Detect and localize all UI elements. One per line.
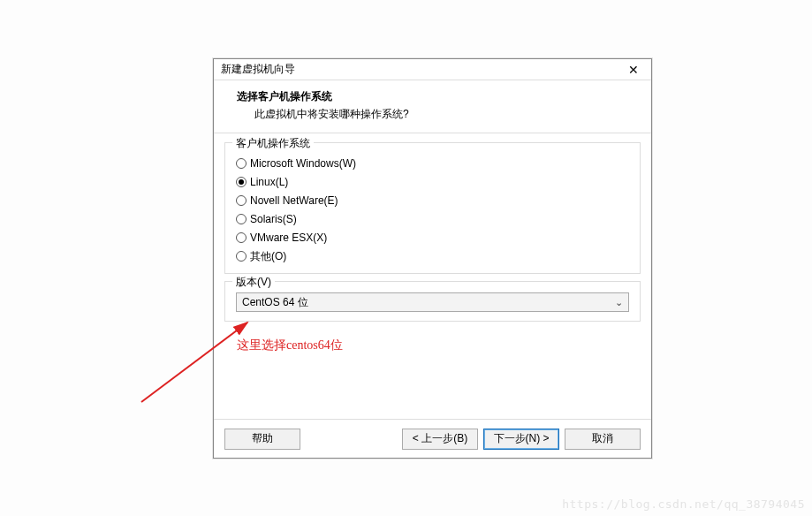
wizard-header: 选择客户机操作系统 此虚拟机中将安装哪种操作系统? — [214, 80, 651, 133]
help-button[interactable]: 帮助 — [224, 429, 300, 450]
radio-other[interactable]: 其他(O) — [236, 248, 629, 264]
wizard-subheading: 此虚拟机中将安装哪种操作系统? — [237, 107, 637, 122]
watermark-text: https://blog.csdn.net/qq_38794045 — [562, 497, 805, 511]
dialog-title: 新建虚拟机向导 — [221, 62, 621, 77]
wizard-content: 客户机操作系统 Microsoft Windows(W) Linux(L) No… — [214, 133, 651, 419]
close-icon[interactable]: ✕ — [621, 63, 646, 77]
version-group: 版本(V) CentOS 64 位 ⌄ — [224, 281, 641, 322]
guest-os-legend: 客户机操作系统 — [232, 136, 314, 151]
version-selected-value: CentOS 64 位 — [242, 295, 308, 310]
radio-netware[interactable]: Novell NetWare(E) — [236, 193, 629, 209]
back-button[interactable]: < 上一步(B) — [402, 429, 478, 450]
radio-solaris[interactable]: Solaris(S) — [236, 211, 629, 227]
guest-os-group: 客户机操作系统 Microsoft Windows(W) Linux(L) No… — [224, 142, 641, 274]
wizard-footer: 帮助 < 上一步(B) 下一步(N) > 取消 — [214, 419, 651, 458]
radio-label: Novell NetWare(E) — [250, 193, 338, 209]
guest-os-radio-list: Microsoft Windows(W) Linux(L) Novell Net… — [236, 156, 629, 264]
radio-label: Linux(L) — [250, 174, 288, 190]
radio-icon — [236, 251, 247, 262]
new-vm-wizard-dialog: 新建虚拟机向导 ✕ 选择客户机操作系统 此虚拟机中将安装哪种操作系统? 客户机操… — [213, 58, 652, 459]
radio-icon — [236, 214, 247, 224]
radio-icon — [236, 158, 247, 169]
titlebar: 新建虚拟机向导 ✕ — [214, 59, 651, 80]
radio-icon — [236, 195, 247, 206]
cancel-button[interactable]: 取消 — [565, 429, 641, 450]
radio-vmware-esx[interactable]: VMware ESX(X) — [236, 230, 629, 246]
radio-windows[interactable]: Microsoft Windows(W) — [236, 156, 629, 171]
radio-label: 其他(O) — [250, 248, 286, 264]
radio-icon — [236, 232, 247, 243]
radio-linux[interactable]: Linux(L) — [236, 174, 629, 190]
chevron-down-icon: ⌄ — [615, 297, 623, 308]
wizard-heading: 选择客户机操作系统 — [237, 89, 637, 104]
radio-label: Microsoft Windows(W) — [250, 156, 356, 171]
radio-label: VMware ESX(X) — [250, 230, 327, 246]
version-select[interactable]: CentOS 64 位 ⌄ — [236, 292, 629, 312]
annotation-text: 这里选择centos64位 — [224, 329, 641, 353]
version-legend: 版本(V) — [232, 275, 275, 290]
next-button[interactable]: 下一步(N) > — [483, 429, 559, 450]
radio-icon — [236, 177, 247, 187]
radio-label: Solaris(S) — [250, 211, 297, 227]
